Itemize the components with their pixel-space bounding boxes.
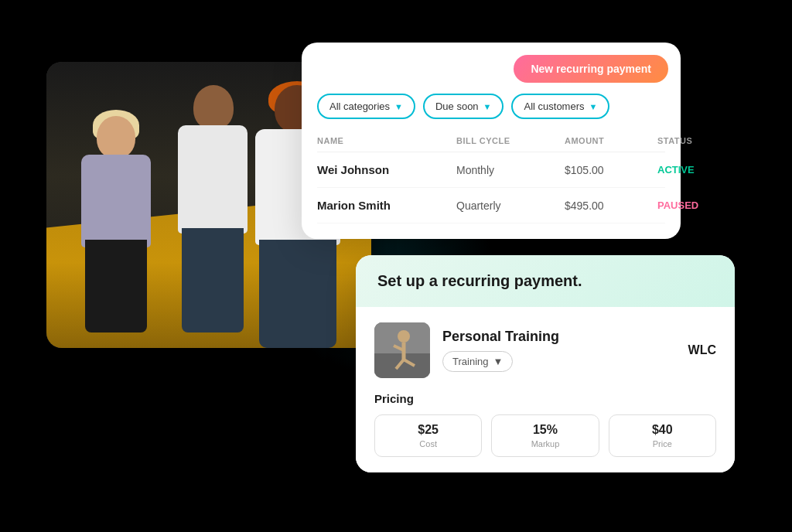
cost-field[interactable]: $25 Cost [374, 414, 482, 457]
customers-label: All customers [524, 101, 584, 112]
table-row[interactable]: Wei Johnson Monthly $105.00 ACTIVE [317, 152, 665, 188]
row-2-cycle: Quarterly [456, 200, 565, 212]
setup-body: Personal Training Training ▼ WLC Pricing… [356, 307, 735, 472]
person-1 [70, 116, 162, 332]
row-1-cycle: Monthly [456, 164, 565, 176]
new-recurring-payment-button[interactable]: New recurring payment [514, 55, 668, 83]
categories-filter[interactable]: All categories ▼ [317, 94, 415, 119]
service-info: Personal Training Training ▼ [442, 329, 676, 372]
due-label: Due soon [435, 101, 479, 112]
thumbnail-figure [374, 322, 430, 378]
service-row: Personal Training Training ▼ WLC [374, 322, 716, 378]
cost-field-label: Cost [384, 439, 472, 448]
payments-card: New recurring payment All categories ▼ D… [302, 43, 681, 239]
service-code: WLC [688, 343, 716, 357]
categories-label: All categories [329, 101, 390, 112]
row-1-amount: $105.00 [565, 164, 657, 176]
svg-point-2 [398, 330, 410, 343]
categories-chevron-icon: ▼ [394, 102, 403, 111]
row-2-status: PAUSED [657, 200, 735, 211]
row-2-amount: $495.00 [565, 200, 657, 212]
price-field-label: Price [619, 439, 706, 448]
row-1-status: ACTIVE [657, 164, 735, 176]
markup-value: 15% [501, 423, 589, 437]
setup-card: Set up a recurring payment. [356, 255, 735, 472]
due-filter[interactable]: Due soon ▼ [423, 94, 504, 119]
service-tag-chevron-icon: ▼ [493, 356, 503, 367]
pricing-section: Pricing $25 Cost 15% Markup $40 Price [374, 392, 716, 457]
thumbnail-svg [374, 322, 430, 378]
service-name: Personal Training [442, 329, 676, 345]
table-row[interactable]: Marion Smith Quarterly $495.00 PAUSED [317, 188, 665, 223]
filters-row: All categories ▼ Due soon ▼ All customer… [302, 83, 681, 130]
payments-table: NAME BILL CYCLE AMOUNT STATUS Wei Johnso… [302, 130, 681, 223]
person-2 [170, 85, 255, 332]
customers-filter[interactable]: All customers ▼ [511, 94, 609, 119]
row-1-name: Wei Johnson [317, 163, 456, 176]
price-field[interactable]: $40 Price [609, 414, 716, 457]
col-cycle: BILL CYCLE [456, 136, 565, 145]
row-2-name: Marion Smith [317, 199, 456, 212]
scene: New recurring payment All categories ▼ D… [0, 0, 792, 532]
setup-header: Set up a recurring payment. [356, 255, 735, 307]
service-tag-label: Training [452, 356, 488, 367]
cost-value: $25 [384, 423, 472, 437]
due-chevron-icon: ▼ [483, 102, 492, 111]
col-status: STATUS [657, 136, 735, 145]
service-tag-dropdown[interactable]: Training ▼ [442, 351, 513, 372]
col-name: NAME [317, 136, 456, 145]
card-header: New recurring payment [302, 43, 681, 83]
table-header: NAME BILL CYCLE AMOUNT STATUS [317, 130, 665, 152]
markup-field[interactable]: 15% Markup [491, 414, 599, 457]
col-amount: AMOUNT [565, 136, 657, 145]
pricing-label: Pricing [374, 392, 716, 405]
service-tag-row: Training ▼ [442, 351, 676, 372]
customers-chevron-icon: ▼ [589, 102, 598, 111]
price-value: $40 [619, 423, 706, 437]
markup-field-label: Markup [501, 439, 589, 448]
setup-title: Set up a recurring payment. [377, 272, 713, 290]
service-thumbnail [374, 322, 430, 378]
pricing-fields: $25 Cost 15% Markup $40 Price [374, 414, 716, 457]
